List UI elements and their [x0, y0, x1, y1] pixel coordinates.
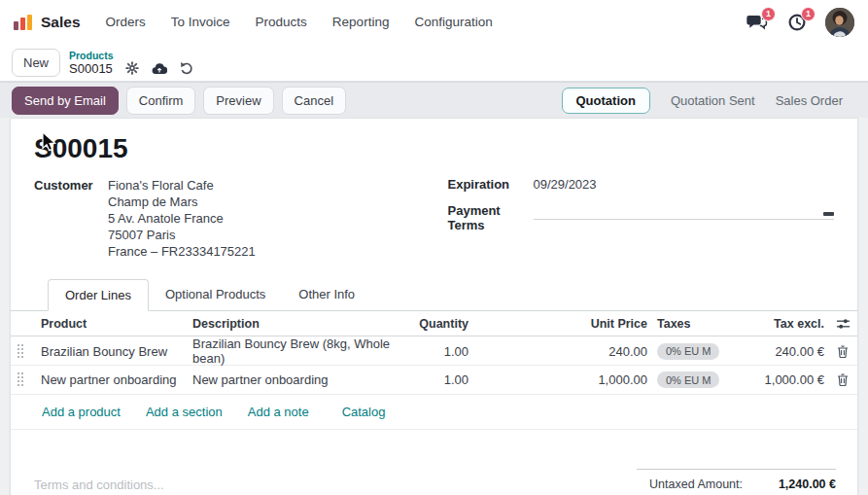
order-line-row[interactable]: New partner onboarding New partner onboa… [11, 366, 857, 395]
breadcrumb-current: S00015 [69, 61, 113, 76]
breadcrumb-bar: New Products S00015 [0, 44, 868, 82]
nav-item-configuration[interactable]: Configuration [414, 15, 492, 29]
nav-right: 1 1 [746, 8, 854, 37]
add-a-section-link[interactable]: Add a section [146, 405, 223, 419]
nav-item-products[interactable]: Products [256, 15, 307, 29]
expiration-input[interactable]: 09/29/2023 [534, 177, 597, 192]
notebook-tabs: Order Lines Optional Products Other Info [11, 278, 857, 311]
tab-other-info[interactable]: Other Info [282, 279, 371, 311]
status-bar: Quotation Quotation Sent Sales Order [562, 88, 857, 114]
activities-badge: 1 [801, 7, 816, 21]
sales-app-logo-icon[interactable] [14, 15, 32, 30]
confirm-button[interactable]: Confirm [126, 87, 196, 115]
cell-quantity[interactable]: 1.00 [418, 344, 472, 359]
quotation-title[interactable]: S00015 [34, 133, 857, 164]
customer-label: Customer [34, 177, 108, 260]
app-name[interactable]: Sales [41, 14, 81, 31]
save-cloud-icon[interactable] [152, 62, 167, 75]
catalog-link[interactable]: Catalog [342, 405, 386, 419]
payment-terms-label: Payment Terms [448, 203, 534, 232]
col-unit-price[interactable]: Unit Price [472, 317, 651, 331]
payment-terms-input[interactable] [534, 203, 835, 220]
customer-address-line: France – FR23334175221 [108, 243, 256, 260]
sheet-footer: Terms and conditions... Untaxed Amount: … [11, 469, 857, 495]
customer-field[interactable]: Fiona's Floral Cafe Champ de Mars 5 Av. … [108, 177, 256, 260]
cell-subtotal: 240.00 € [748, 344, 828, 359]
customer-address-line: Champ de Mars [108, 194, 256, 210]
tab-optional-products[interactable]: Optional Products [149, 279, 282, 311]
avatar-image [825, 8, 854, 37]
messages-button[interactable]: 1 [746, 11, 769, 34]
tax-tag[interactable]: 0% EU M [657, 371, 719, 388]
terms-and-conditions-input[interactable]: Terms and conditions... [34, 469, 637, 492]
status-quotation[interactable]: Quotation [562, 88, 650, 114]
send-by-email-button[interactable]: Send by Email [12, 87, 119, 115]
expiration-label: Expiration [448, 177, 534, 192]
col-taxes[interactable]: Taxes [651, 317, 748, 331]
col-product[interactable]: Product [31, 317, 185, 331]
new-button[interactable]: New [12, 49, 60, 77]
customer-address-line: 75007 Paris [108, 227, 256, 243]
customer-name[interactable]: Fiona's Floral Cafe [108, 177, 256, 194]
col-tax-excl[interactable]: Tax excl. [748, 317, 828, 331]
cell-unit-price[interactable]: 1,000.00 [472, 372, 651, 387]
col-description[interactable]: Description [185, 317, 418, 331]
payment-terms-caret-icon [823, 212, 834, 216]
drag-handle-icon[interactable] [11, 344, 31, 359]
cell-description[interactable]: New partner onboarding [185, 372, 418, 387]
cell-unit-price[interactable]: 240.00 [472, 344, 651, 359]
order-line-row[interactable]: Brazilian Bouncy Brew Brazilian Bouncy B… [11, 336, 857, 366]
nav-item-orders[interactable]: Orders [106, 15, 146, 29]
main-menu: Orders To Invoice Products Reporting Con… [106, 15, 493, 29]
col-quantity[interactable]: Quantity [418, 317, 472, 331]
preview-button[interactable]: Preview [203, 87, 273, 115]
order-lines-header: Product Description Quantity Unit Price … [11, 311, 857, 336]
optional-columns-icon[interactable] [828, 318, 857, 330]
status-sales-order[interactable]: Sales Order [776, 93, 843, 108]
cell-quantity[interactable]: 1.00 [418, 372, 472, 387]
delete-row-icon[interactable] [828, 345, 857, 358]
discard-undo-icon[interactable] [180, 61, 193, 75]
cell-product[interactable]: New partner onboarding [31, 372, 185, 387]
status-quotation-sent[interactable]: Quotation Sent [671, 93, 755, 108]
delete-row-icon[interactable] [828, 373, 857, 386]
action-strip: Send by Email Confirm Preview Cancel Quo… [0, 82, 868, 118]
activities-button[interactable]: 1 [785, 11, 809, 34]
customer-address-line: 5 Av. Anatole France [108, 210, 256, 227]
order-lines-footer-links: Add a product Add a section Add a note C… [11, 395, 857, 430]
breadcrumb: Products S00015 [69, 50, 193, 76]
cell-subtotal: 1,000.00 € [748, 372, 828, 387]
cell-product[interactable]: Brazilian Bouncy Brew [31, 344, 185, 359]
cancel-button[interactable]: Cancel [282, 87, 346, 115]
nav-item-reporting[interactable]: Reporting [332, 15, 390, 29]
cell-description[interactable]: Brazilian Bouncy Brew (8kg, Whole bean) [185, 336, 418, 366]
nav-item-to-invoice[interactable]: To Invoice [171, 15, 230, 29]
odoo-sales-quotation-screen: Sales Orders To Invoice Products Reporti… [0, 0, 868, 495]
breadcrumb-parent-link[interactable]: Products [69, 50, 193, 61]
tab-order-lines[interactable]: Order Lines [48, 279, 149, 311]
add-a-note-link[interactable]: Add a note [248, 405, 309, 419]
settings-gear-icon[interactable] [125, 61, 139, 75]
drag-handle-icon[interactable] [11, 372, 31, 387]
totals-block: Untaxed Amount: 1,240.00 € TVA 0%: 0.00 … [637, 469, 836, 495]
untaxed-amount-label: Untaxed Amount: [649, 477, 743, 491]
avatar[interactable] [825, 8, 854, 37]
form-fields: Customer Fiona's Floral Cafe Champ de Ma… [34, 177, 834, 260]
messages-badge: 1 [761, 7, 776, 21]
tax-tag[interactable]: 0% EU M [657, 343, 719, 360]
quotation-form-sheet: S00015 Customer Fiona's Floral Cafe Cham… [10, 118, 858, 495]
add-a-product-link[interactable]: Add a product [42, 405, 121, 419]
untaxed-amount-value: 1,240.00 € [760, 477, 836, 491]
top-navbar: Sales Orders To Invoice Products Reporti… [0, 0, 868, 44]
